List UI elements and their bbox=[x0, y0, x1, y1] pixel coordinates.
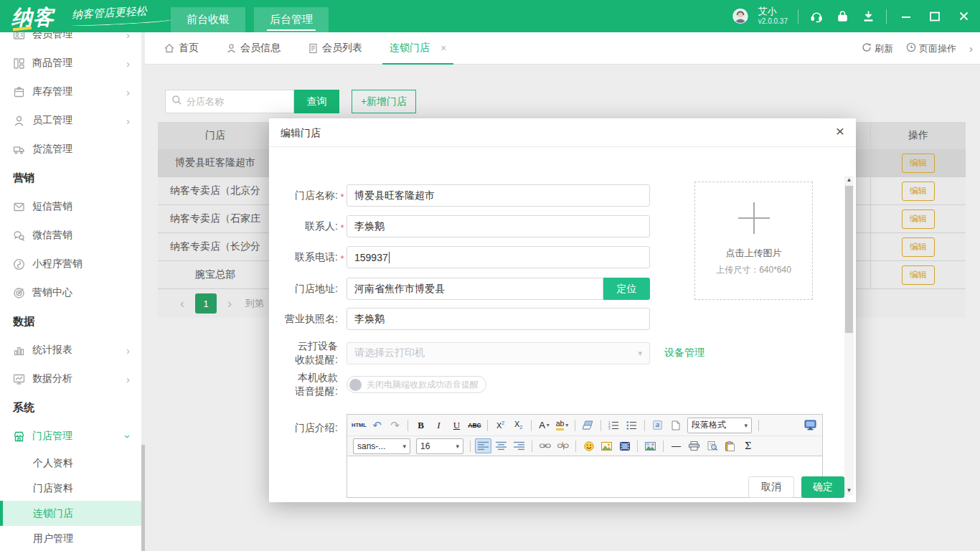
page-number[interactable]: 1 bbox=[195, 293, 217, 314]
locate-button[interactable]: 定位 bbox=[603, 278, 650, 300]
scroll-down-icon[interactable]: ▼ bbox=[844, 486, 854, 495]
edit-button[interactable]: 编辑 bbox=[902, 265, 935, 285]
modal-scrollbar[interactable]: ▲ ▼ bbox=[844, 176, 854, 495]
sidebar-item[interactable]: 微信营销 bbox=[0, 221, 141, 250]
link-button[interactable] bbox=[537, 438, 553, 453]
video-button[interactable] bbox=[616, 438, 633, 453]
sidebar-item[interactable]: 门店管理› bbox=[0, 422, 141, 451]
tab-连锁门店[interactable]: 连锁门店× bbox=[390, 32, 446, 65]
eraser-button[interactable] bbox=[580, 418, 596, 433]
modal-scrollbar-thumb[interactable] bbox=[845, 186, 853, 333]
license-name-input[interactable] bbox=[347, 308, 650, 330]
store-name-input[interactable] bbox=[347, 184, 650, 207]
sidebar-item[interactable]: 商品管理› bbox=[0, 49, 141, 77]
edit-button[interactable]: 编辑 bbox=[902, 237, 935, 257]
emoticon-button[interactable] bbox=[580, 438, 597, 453]
close-window-button[interactable] bbox=[954, 7, 973, 26]
contact-person-input[interactable] bbox=[347, 215, 650, 237]
user-info[interactable]: 艾小 v2.0.0.37 bbox=[758, 6, 788, 27]
edit-button[interactable]: 编辑 bbox=[902, 182, 935, 201]
preview-button[interactable] bbox=[704, 438, 720, 453]
nav-tab-backend[interactable]: 后台管理 bbox=[254, 7, 329, 32]
image-upload-box[interactable]: 点击上传图片 上传尺寸：640*640 bbox=[694, 182, 813, 300]
strikethrough-button[interactable]: ABC bbox=[466, 418, 483, 433]
font-color-button[interactable]: A▾ bbox=[536, 418, 552, 433]
highlight-button[interactable]: ab▾ bbox=[554, 418, 570, 433]
undo-button[interactable]: ↶ bbox=[369, 418, 385, 433]
sidebar-item[interactable]: 会员管理› bbox=[0, 32, 141, 49]
toolbar-select[interactable]: sans-...▾ bbox=[353, 438, 410, 454]
edit-button[interactable]: 编辑 bbox=[902, 154, 935, 173]
tab-会员列表[interactable]: 会员列表 bbox=[308, 32, 362, 65]
support-headset-icon[interactable] bbox=[809, 9, 824, 24]
cloud-printer-select[interactable]: 请选择云打印机▾ bbox=[347, 342, 650, 364]
fullscreen-button[interactable] bbox=[802, 418, 819, 433]
nav-tab-pos[interactable]: 前台收银 bbox=[171, 7, 245, 32]
sidebar-item[interactable]: 小程序营销 bbox=[0, 250, 141, 278]
align-left-button[interactable] bbox=[475, 438, 491, 453]
print-button[interactable] bbox=[686, 438, 702, 453]
tab-首页[interactable]: 首页 bbox=[164, 32, 199, 65]
redo-button[interactable]: ↷ bbox=[387, 418, 403, 433]
sidebar-scrollbar-thumb[interactable] bbox=[141, 445, 145, 551]
prev-page-button[interactable]: ‹ bbox=[176, 296, 188, 311]
sidebar-scrollbar[interactable] bbox=[141, 32, 145, 551]
sidebar-item[interactable]: 员工管理› bbox=[0, 106, 141, 135]
horizontal-rule-button[interactable]: — bbox=[668, 438, 684, 453]
paste-button[interactable] bbox=[722, 438, 738, 453]
sidebar-item[interactable]: 库存管理› bbox=[0, 77, 141, 106]
edit-button[interactable]: 编辑 bbox=[902, 209, 935, 229]
sidebar-subitem[interactable]: 用户管理 bbox=[0, 526, 141, 551]
anchor-button[interactable]: a bbox=[649, 418, 666, 433]
store-address-input[interactable] bbox=[347, 278, 603, 300]
sidebar-item[interactable]: 货流管理 bbox=[0, 135, 141, 164]
avatar[interactable] bbox=[732, 9, 748, 24]
toolbar-select[interactable]: 16▾ bbox=[416, 438, 463, 454]
bold-button[interactable]: B bbox=[413, 418, 429, 433]
image-button[interactable] bbox=[598, 438, 615, 453]
maximize-button[interactable] bbox=[925, 7, 944, 26]
superscript-button[interactable]: X2 bbox=[492, 418, 509, 433]
sidebar-subitem[interactable]: 连锁门店 bbox=[0, 501, 141, 526]
sidebar-item[interactable]: 数据分析› bbox=[0, 364, 141, 393]
modal-close-icon[interactable]: × bbox=[836, 123, 844, 138]
unlink-button[interactable] bbox=[555, 438, 571, 453]
unordered-list-button[interactable] bbox=[623, 418, 640, 433]
refresh-button[interactable]: 刷新 bbox=[862, 42, 893, 55]
new-page-button[interactable] bbox=[667, 418, 684, 433]
contact-phone-input[interactable]: 159937 bbox=[347, 246, 650, 268]
subscript-button[interactable]: X2 bbox=[510, 418, 527, 433]
ordered-list-button[interactable]: 123 bbox=[606, 418, 622, 433]
download-icon[interactable] bbox=[860, 9, 876, 24]
voice-toggle[interactable]: 关闭电脑端收款成功语音提醒 bbox=[347, 376, 486, 393]
search-input[interactable] bbox=[187, 96, 280, 107]
scroll-up-icon[interactable]: ▲ bbox=[844, 176, 854, 184]
upload-hint: 点击上传图片 bbox=[726, 247, 782, 260]
sidebar-item[interactable]: 营销中心 bbox=[0, 278, 141, 307]
sidebar-item[interactable]: 统计报表› bbox=[0, 336, 141, 364]
sidebar-item[interactable]: 短信营销 bbox=[0, 192, 141, 221]
device-management-link[interactable]: 设备管理 bbox=[664, 347, 705, 359]
next-page-button[interactable]: › bbox=[224, 296, 235, 311]
chevron-right-icon[interactable]: › bbox=[969, 42, 973, 55]
underline-button[interactable]: U bbox=[448, 418, 465, 433]
sidebar-item-label: 货流管理 bbox=[32, 143, 72, 156]
minimize-button[interactable] bbox=[897, 7, 915, 26]
html-source-button[interactable]: HTML bbox=[351, 418, 367, 433]
sidebar-subitem[interactable]: 个人资料 bbox=[0, 451, 141, 476]
tab-会员信息[interactable]: 会员信息 bbox=[226, 32, 281, 65]
italic-button[interactable]: I bbox=[430, 418, 447, 433]
map-image-button[interactable] bbox=[642, 438, 659, 453]
tab-close-icon[interactable]: × bbox=[440, 42, 446, 54]
add-store-button[interactable]: +新增门店 bbox=[352, 90, 416, 113]
sidebar-subitem[interactable]: 门店资料 bbox=[0, 476, 141, 501]
cancel-button[interactable]: 取消 bbox=[748, 476, 794, 498]
align-right-button[interactable] bbox=[511, 438, 527, 453]
align-center-button[interactable] bbox=[493, 438, 509, 453]
formula-button[interactable]: Σ bbox=[740, 438, 756, 453]
confirm-button[interactable]: 确定 bbox=[801, 476, 844, 498]
search-button[interactable]: 查询 bbox=[294, 90, 339, 113]
toolbar-select[interactable]: 段落格式▾ bbox=[687, 418, 752, 433]
lock-icon[interactable] bbox=[834, 9, 850, 24]
page-ops-button[interactable]: 页面操作 bbox=[906, 42, 956, 55]
